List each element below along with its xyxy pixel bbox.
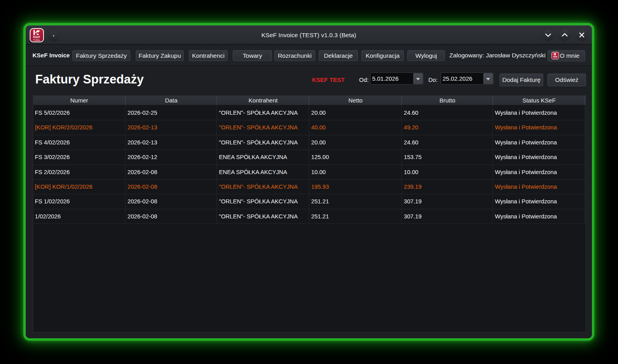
svg-text:Polska: Polska — [33, 39, 40, 41]
svg-text:KSeF: KSeF — [33, 36, 41, 38]
